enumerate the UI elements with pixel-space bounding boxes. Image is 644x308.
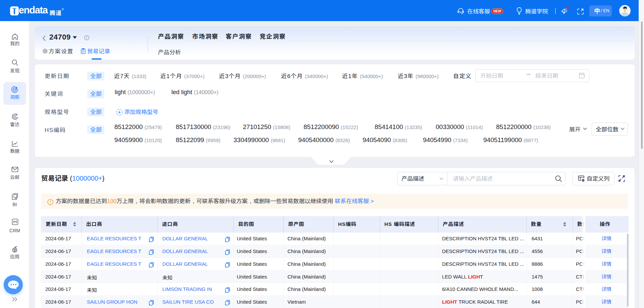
svg-text:BI: BI	[14, 197, 17, 199]
